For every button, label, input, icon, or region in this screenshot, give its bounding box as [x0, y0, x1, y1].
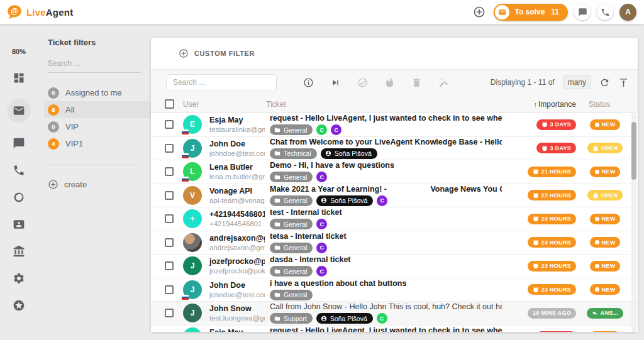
column-header-importance[interactable]: ↑Importance	[502, 100, 576, 109]
row-checkbox[interactable]	[165, 309, 174, 317]
avatar: J	[183, 139, 202, 158]
to-solve-button[interactable]: To solve 11	[494, 4, 568, 21]
ticket-subject[interactable]: request - Hello LiveAgent, I just wanted…	[270, 114, 502, 123]
user-name: Vonage API	[209, 187, 265, 195]
refresh-button[interactable]	[599, 77, 610, 88]
filter-item-all[interactable]: 8 All	[44, 101, 151, 118]
mark-resolved-button[interactable]	[357, 77, 368, 88]
ticket-search-input[interactable]	[166, 74, 277, 91]
ticket-row[interactable]: L Lena Butler lena.m.butler@gmail.... De…	[151, 160, 638, 184]
sidebar-item-dashboard[interactable]	[7, 72, 31, 84]
collapse-button[interactable]	[618, 77, 629, 88]
column-header-ticket[interactable]: Ticket	[266, 100, 502, 109]
sidebar-item-tickets[interactable]	[7, 99, 31, 123]
chats-button[interactable]	[574, 4, 591, 20]
info-button[interactable]	[303, 77, 314, 88]
custom-filter-button[interactable]: CUSTOM FILTER	[194, 50, 255, 57]
ticket-subject[interactable]: i have a question about chat buttons	[270, 279, 502, 288]
list-scrollbar[interactable]	[631, 113, 636, 332]
ticket-tags: TechnicalSoňa Pišová	[270, 148, 502, 159]
sidebar-item-academy[interactable]	[7, 245, 31, 258]
add-button[interactable]	[471, 4, 487, 20]
ticket-subject[interactable]: Make 2021 a Year of Learning! - Vonage N…	[270, 185, 502, 194]
sidebar-item-settings[interactable]	[7, 272, 31, 285]
avatar-initial: E	[190, 120, 195, 129]
sidebar-item-reports[interactable]	[7, 191, 31, 204]
ticket-filters-panel: Ticket filters 0 Assigned to me 8 All 0 …	[39, 24, 151, 340]
status-badge: OPEN	[587, 190, 623, 200]
filter-item-vip1[interactable]: 4 VIP1	[44, 135, 151, 152]
row-checkbox[interactable]	[165, 214, 174, 223]
row-checkbox[interactable]	[165, 191, 174, 200]
ticket-subject[interactable]: tetsa - Internal ticket	[270, 232, 502, 241]
filter-item-vip[interactable]: 0 VIP	[44, 118, 151, 135]
user-email: andrejsaxon@gmail.c...	[209, 244, 265, 251]
avatar: E	[183, 327, 202, 332]
page-size-selector[interactable]: many	[563, 75, 591, 89]
ticket-subject[interactable]: request - Hello LiveAgent, I just wanted…	[270, 326, 502, 332]
sidebar-item-calls[interactable]	[7, 164, 31, 177]
user-email: jozefprocko@pokusa....	[209, 267, 265, 275]
user-email: johndoe@test.com	[209, 150, 265, 157]
create-filter-button[interactable]: create	[48, 179, 141, 190]
ticket-row[interactable]: J John Doe johndoe@test.com i have a que…	[151, 278, 638, 302]
ticket-row[interactable]: V Vonage API api-team@vonage.com Make 20…	[151, 184, 638, 208]
delete-button[interactable]	[411, 77, 422, 88]
ticket-row[interactable]: andrejsaxon@gmail.c... andrejsaxon@gmail…	[151, 231, 638, 255]
row-checkbox[interactable]	[165, 120, 174, 129]
ticket-row[interactable]: J jozefprocko@pokusa.... jozefprocko@pok…	[151, 255, 638, 278]
row-checkbox[interactable]	[165, 238, 174, 247]
ticket-row[interactable]: J John Doe johndoe@test.com Chat from We…	[151, 137, 638, 161]
ticket-row[interactable]: E Esja May testauralinka@gmail.c... requ…	[151, 326, 638, 332]
scrollbar-thumb[interactable]	[631, 122, 636, 180]
select-all-checkbox[interactable]	[165, 99, 174, 109]
department-tag: General	[270, 243, 313, 253]
column-header-status[interactable]: Status	[576, 100, 630, 109]
user-name: Esja May	[209, 116, 265, 124]
refresh-icon	[599, 77, 610, 88]
row-checkbox[interactable]	[165, 167, 174, 176]
ticket-row[interactable]: J John Snow test.luongova@gmail... Call …	[151, 302, 638, 326]
ticket-row[interactable]: + +421944546801 +421944546801 test - Int…	[151, 207, 638, 231]
agent-avatar[interactable]: A	[619, 4, 636, 21]
contact-card-icon	[13, 218, 25, 231]
user-name: John Doe	[209, 140, 265, 148]
sidebar-item-contacts[interactable]	[7, 218, 31, 231]
filter-count-badge: 8	[48, 104, 59, 116]
to-solve-label: To solve	[515, 8, 545, 16]
chat-icon	[578, 8, 587, 17]
ticket-list: E Esja May testauralinka@gmail.c... requ…	[151, 113, 638, 332]
country-flag-icon	[182, 129, 189, 134]
sidebar-item-chats[interactable]	[7, 137, 31, 150]
user-name: Esja May	[209, 328, 265, 332]
ticket-subject[interactable]: Demo - Hi, I have a few questions	[270, 161, 502, 170]
code-badge: C	[377, 313, 387, 324]
resolve-next-button[interactable]	[330, 77, 341, 88]
skip-arrow-icon	[330, 77, 341, 88]
ticket-subject[interactable]: Call from John Snow - Hello John This is…	[270, 302, 502, 311]
code-badge: C	[316, 266, 327, 277]
row-checkbox[interactable]	[165, 285, 174, 294]
filter-item-assigned-to-me[interactable]: 0 Assigned to me	[44, 84, 151, 101]
agent-tag: Soňa Pišová	[316, 195, 373, 206]
user-name: +421944546801	[209, 210, 265, 219]
ticket-subject[interactable]: dasda - Internal ticket	[270, 255, 502, 264]
filter-label: VIP	[65, 122, 79, 131]
avatar-initial: J	[191, 309, 195, 317]
calls-button[interactable]	[597, 4, 613, 20]
merge-button[interactable]	[438, 77, 449, 88]
status-badge: NEW	[590, 119, 621, 130]
avatar: E	[183, 115, 202, 134]
ticket-row[interactable]: E Esja May testauralinka@gmail.c... requ…	[151, 113, 638, 137]
spam-button[interactable]	[384, 77, 395, 88]
avatar-initial: +	[190, 214, 194, 223]
ticket-subject[interactable]: Chat from Welcome to your LiveAgent Know…	[270, 138, 502, 146]
row-checkbox[interactable]	[165, 144, 174, 153]
ticket-tags: GeneralC	[270, 219, 502, 229]
row-checkbox[interactable]	[165, 261, 174, 270]
column-header-user[interactable]: User	[183, 100, 266, 109]
filter-search-input[interactable]	[48, 55, 141, 73]
bank-icon	[13, 245, 25, 258]
sidebar-item-upgrade[interactable]	[7, 299, 31, 312]
ticket-subject[interactable]: test - Internal ticket	[270, 208, 502, 217]
